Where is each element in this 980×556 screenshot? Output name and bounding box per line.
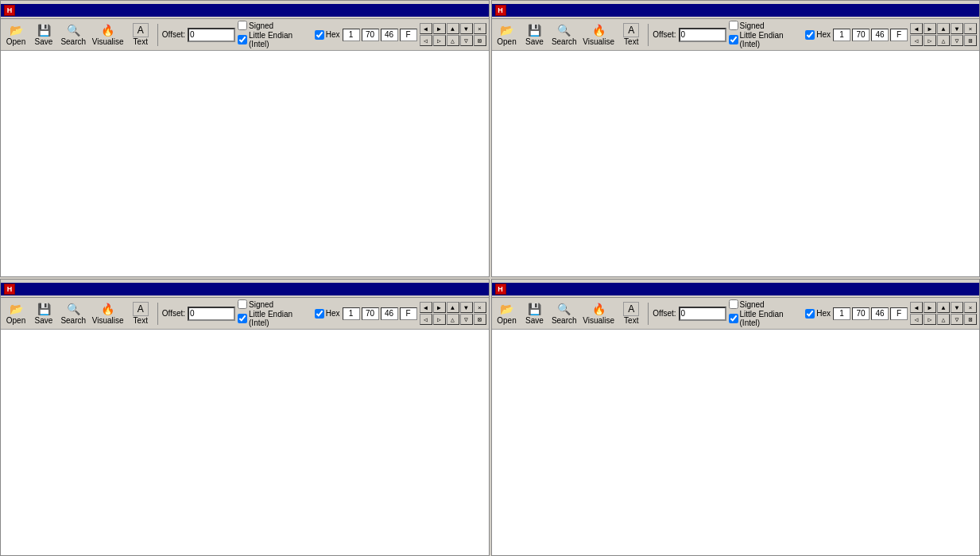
text-label: Text bbox=[134, 316, 148, 325]
sb2[interactable]: ▶ bbox=[433, 302, 446, 313]
offset-label: Offset: bbox=[162, 30, 185, 39]
sb6[interactable]: ◁ bbox=[910, 314, 923, 325]
separator bbox=[648, 24, 649, 46]
sb7[interactable]: ▷ bbox=[924, 314, 936, 325]
sb2[interactable]: ▶ bbox=[924, 23, 936, 34]
sb5[interactable]: × bbox=[964, 302, 977, 313]
sb7[interactable]: ▷ bbox=[433, 314, 446, 325]
sb5[interactable]: × bbox=[474, 302, 486, 313]
sb6[interactable]: ◁ bbox=[420, 35, 432, 46]
offset-label: Offset: bbox=[653, 30, 676, 39]
save-button[interactable]: 💾 Save bbox=[522, 301, 548, 326]
hex-checkbox[interactable] bbox=[805, 309, 815, 319]
hex-checkboxes: Hex bbox=[805, 309, 831, 319]
visualise-label: Visualise bbox=[92, 316, 124, 325]
sb4[interactable]: ▼ bbox=[951, 302, 963, 313]
offset-input[interactable] bbox=[188, 307, 235, 321]
sb1[interactable]: ◀ bbox=[420, 23, 432, 34]
sb9[interactable]: ▽ bbox=[460, 314, 473, 325]
text-icon: A bbox=[623, 23, 639, 37]
val-46: 46 bbox=[871, 307, 889, 320]
sb1[interactable]: ◀ bbox=[910, 23, 923, 34]
hex-content bbox=[492, 330, 980, 555]
sb2[interactable]: ▶ bbox=[924, 302, 936, 313]
sb10[interactable]: ⊠ bbox=[964, 35, 977, 46]
little-endian-checkbox[interactable] bbox=[238, 35, 247, 44]
hex-checkbox[interactable] bbox=[315, 309, 324, 319]
save-button[interactable]: 💾 Save bbox=[31, 301, 56, 326]
hex-checkbox[interactable] bbox=[315, 30, 324, 40]
val-1: 1 bbox=[833, 29, 850, 41]
sb10[interactable]: ⊠ bbox=[474, 314, 486, 325]
sb7[interactable]: ▷ bbox=[924, 35, 936, 46]
sb8[interactable]: △ bbox=[937, 35, 950, 46]
offset-input[interactable] bbox=[679, 28, 726, 42]
visualise-button[interactable]: 🔥 Visualise bbox=[90, 301, 125, 326]
save-button[interactable]: 💾 Save bbox=[31, 22, 56, 47]
sb4[interactable]: ▼ bbox=[460, 302, 473, 313]
sb5[interactable]: × bbox=[964, 23, 977, 34]
offset-input[interactable] bbox=[679, 307, 726, 321]
sb1[interactable]: ◀ bbox=[420, 302, 432, 313]
offset-input[interactable] bbox=[188, 28, 235, 42]
sb4[interactable]: ▼ bbox=[951, 23, 963, 34]
visualise-icon: 🔥 bbox=[591, 302, 606, 316]
hex-checkbox[interactable] bbox=[805, 30, 815, 40]
toolbar-seamonkey: 📂 Open 💾 Save 🔍 Search 🔥 Visualise A Tex… bbox=[1, 19, 489, 51]
visualise-icon: 🔥 bbox=[100, 302, 116, 316]
sb6[interactable]: ◁ bbox=[910, 35, 923, 46]
little-endian-checkbox[interactable] bbox=[238, 314, 247, 323]
search-button[interactable]: 🔍 Search bbox=[550, 301, 579, 326]
little-endian-label: Little Endian (Intel) bbox=[740, 310, 804, 327]
sb4[interactable]: ▼ bbox=[460, 23, 473, 34]
search-icon: 🔍 bbox=[65, 302, 81, 316]
hex-row-cb: Hex bbox=[805, 309, 831, 319]
sb10[interactable]: ⊠ bbox=[474, 35, 486, 46]
save-icon: 💾 bbox=[527, 23, 543, 37]
visualise-button[interactable]: 🔥 Visualise bbox=[581, 22, 616, 47]
sb3[interactable]: ▲ bbox=[937, 302, 950, 313]
save-button[interactable]: 💾 Save bbox=[522, 22, 548, 47]
search-button[interactable]: 🔍 Search bbox=[59, 301, 87, 326]
sb8[interactable]: △ bbox=[937, 314, 950, 325]
sb9[interactable]: ▽ bbox=[951, 35, 963, 46]
text-button[interactable]: A Text bbox=[128, 301, 153, 326]
title-bar-evolution: H bbox=[1, 283, 489, 295]
offset-area: Offset: bbox=[653, 28, 726, 42]
sb9[interactable]: ▽ bbox=[951, 314, 963, 325]
open-label: Open bbox=[6, 316, 25, 325]
search-button[interactable]: 🔍 Search bbox=[59, 22, 87, 47]
signed-checkbox[interactable] bbox=[729, 21, 738, 30]
sb7[interactable]: ▷ bbox=[433, 35, 446, 46]
text-icon: A bbox=[133, 302, 149, 316]
sb2[interactable]: ▶ bbox=[433, 23, 446, 34]
save-label: Save bbox=[525, 316, 544, 325]
signed-checkbox[interactable] bbox=[238, 299, 247, 309]
open-button[interactable]: 📂 Open bbox=[3, 22, 29, 47]
visualise-button[interactable]: 🔥 Visualise bbox=[581, 301, 616, 326]
open-button[interactable]: 📂 Open bbox=[494, 301, 520, 326]
visualise-button[interactable]: 🔥 Visualise bbox=[90, 22, 125, 47]
search-icon: 🔍 bbox=[556, 302, 572, 316]
sb1[interactable]: ◀ bbox=[910, 302, 923, 313]
sb3[interactable]: ▲ bbox=[447, 302, 459, 313]
text-button[interactable]: A Text bbox=[128, 22, 153, 47]
signed-checkbox[interactable] bbox=[729, 299, 738, 309]
little-endian-checkbox[interactable] bbox=[729, 314, 738, 323]
little-endian-checkbox[interactable] bbox=[729, 35, 738, 44]
sb3[interactable]: ▲ bbox=[447, 23, 459, 34]
text-button[interactable]: A Text bbox=[618, 301, 644, 326]
sb10[interactable]: ⊠ bbox=[964, 314, 977, 325]
sb9[interactable]: ▽ bbox=[460, 35, 473, 46]
open-button[interactable]: 📂 Open bbox=[3, 301, 29, 326]
sb8[interactable]: △ bbox=[447, 314, 459, 325]
open-button[interactable]: 📂 Open bbox=[494, 22, 520, 47]
sb3[interactable]: ▲ bbox=[937, 23, 950, 34]
search-button[interactable]: 🔍 Search bbox=[550, 22, 579, 47]
text-button[interactable]: A Text bbox=[618, 22, 644, 47]
sb5[interactable]: × bbox=[474, 23, 486, 34]
hex-content bbox=[1, 51, 489, 276]
signed-checkbox[interactable] bbox=[238, 21, 247, 30]
sb6[interactable]: ◁ bbox=[420, 314, 432, 325]
sb8[interactable]: △ bbox=[447, 35, 459, 46]
